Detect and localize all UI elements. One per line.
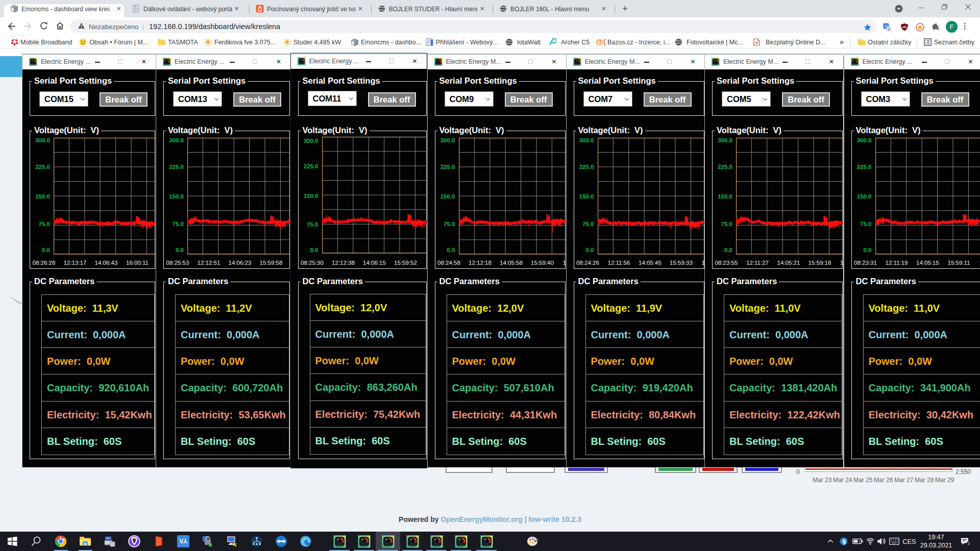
svg-text:W: W xyxy=(755,41,758,44)
svg-text:x: x xyxy=(888,27,890,32)
svg-text:uO: uO xyxy=(902,26,906,29)
svg-text:2: 2 xyxy=(968,541,970,546)
